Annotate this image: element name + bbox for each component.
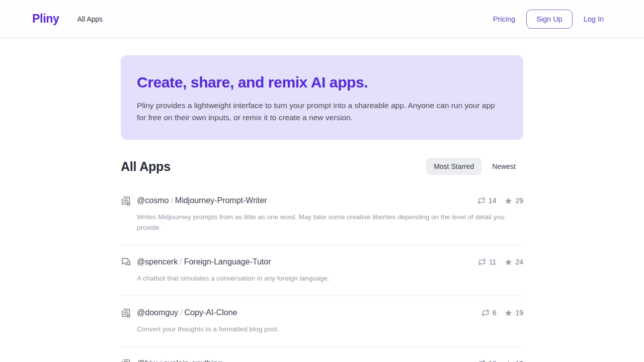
- app-description: A chatbot that simulates a conversation …: [121, 273, 518, 284]
- app-author: @spencerk: [137, 257, 178, 266]
- main-content: Create, share, and remix AI apps. Pliny …: [121, 55, 523, 362]
- filter-most-starred[interactable]: Most Starred: [426, 158, 481, 175]
- remix-icon: [481, 309, 490, 317]
- app-author: @doomguy: [137, 308, 178, 317]
- star-count: 24: [505, 258, 523, 266]
- star-icon: [505, 309, 512, 317]
- separator: /: [178, 308, 184, 317]
- log-in-link[interactable]: Log In: [584, 15, 604, 23]
- remix-icon: [478, 258, 486, 266]
- app-row: @biw/explain-anything 10 19: [121, 347, 523, 362]
- app-stats: 6 19: [481, 309, 523, 317]
- sign-up-button[interactable]: Sign Up: [526, 10, 573, 29]
- app-row: @doomguy/Copy-AI-Clone 6 19 Convert your…: [121, 296, 523, 347]
- star-icon: [505, 360, 512, 362]
- app-name: Copy-AI-Clone: [185, 308, 237, 317]
- hero-title: Create, share, and remix AI apps.: [137, 73, 507, 92]
- filter-newest[interactable]: Newest: [485, 158, 523, 175]
- app-author: @biw: [137, 359, 157, 362]
- remix-count: 11: [478, 258, 497, 266]
- app-author: @cosmo: [137, 196, 169, 205]
- section-header: All Apps Most Starred Newest: [121, 158, 523, 175]
- app-description: Convert your thoughts to a formatted blo…: [121, 324, 518, 334]
- app-link[interactable]: @biw/explain-anything: [137, 359, 222, 362]
- hero-description: Pliny provides a lightweight interface t…: [137, 100, 504, 124]
- star-count: 29: [505, 197, 523, 205]
- app-link[interactable]: @doomguy/Copy-AI-Clone: [137, 308, 237, 317]
- page-title: All Apps: [121, 159, 171, 174]
- star-count: 19: [505, 359, 523, 362]
- app-stats: 14 29: [477, 197, 523, 205]
- app-name: Foreign-Language-Tutor: [184, 257, 271, 266]
- remix-icon: [477, 197, 486, 205]
- separator: /: [169, 196, 175, 205]
- app-list: @cosmo/Midjourney-Prompt-Writer 14 29 Wr…: [121, 184, 523, 362]
- app-row: @cosmo/Midjourney-Prompt-Writer 14 29 Wr…: [121, 184, 523, 245]
- post-add-icon: [121, 358, 131, 362]
- star-count: 19: [505, 309, 523, 317]
- separator: /: [178, 257, 184, 266]
- nav-right: Pricing Sign Up Log In: [493, 10, 604, 29]
- remix-count: 10: [477, 359, 497, 362]
- app-link[interactable]: @spencerk/Foreign-Language-Tutor: [137, 257, 271, 266]
- hero-banner: Create, share, and remix AI apps. Pliny …: [121, 55, 523, 140]
- chat-icon: [121, 257, 131, 267]
- separator: /: [157, 359, 163, 362]
- app-row: @spencerk/Foreign-Language-Tutor 11 24 A…: [121, 245, 523, 296]
- star-icon: [505, 258, 512, 266]
- remix-count: 14: [477, 197, 497, 205]
- sort-filters: Most Starred Newest: [426, 158, 523, 175]
- app-stats: 10 19: [477, 359, 523, 362]
- post-add-icon: [121, 196, 131, 206]
- remix-count: 6: [481, 309, 497, 317]
- app-stats: 11 24: [478, 258, 523, 266]
- brand-logo[interactable]: Pliny: [32, 12, 59, 26]
- app-link[interactable]: @cosmo/Midjourney-Prompt-Writer: [137, 196, 267, 205]
- remix-icon: [477, 359, 486, 362]
- app-name: explain-anything: [164, 359, 222, 362]
- star-icon: [505, 197, 512, 205]
- post-add-icon: [121, 308, 131, 318]
- app-name: Midjourney-Prompt-Writer: [175, 196, 267, 205]
- nav-all-apps-link[interactable]: All Apps: [77, 15, 103, 23]
- navbar: Pliny All Apps Pricing Sign Up Log In: [0, 0, 644, 38]
- app-description: Writes Midjourney prompts from as little…: [121, 212, 518, 233]
- pricing-link[interactable]: Pricing: [493, 15, 515, 23]
